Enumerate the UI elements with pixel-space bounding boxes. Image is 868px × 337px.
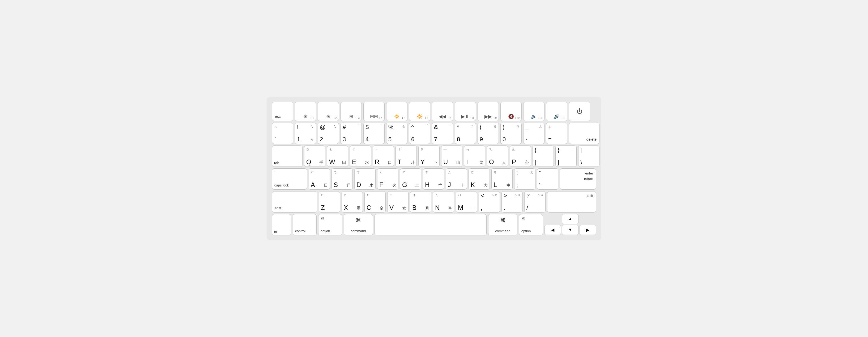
key-x[interactable]: ㄇ X 重 bbox=[342, 191, 363, 213]
e-cjk: 水 bbox=[365, 160, 369, 165]
key-l[interactable]: ㄝ L 中 bbox=[491, 168, 513, 190]
key-bracket-l[interactable]: { [ bbox=[532, 145, 554, 167]
key-0[interactable]: ) ㄢ 0 bbox=[500, 122, 522, 144]
key-7[interactable]: & ˙ 7 bbox=[432, 122, 453, 144]
alt-r-top: alt bbox=[521, 217, 525, 220]
key-v[interactable]: ㄒ V 女 bbox=[387, 191, 408, 213]
key-g[interactable]: ㄕ G 土 bbox=[400, 168, 421, 190]
key-space[interactable] bbox=[374, 214, 487, 235]
key-power[interactable]: ⏻ bbox=[569, 102, 590, 121]
key-bracket-r[interactable]: } ] bbox=[555, 145, 577, 167]
key-c[interactable]: ㄏ C 金 bbox=[364, 191, 386, 213]
key-arrow-down[interactable]: ▼ bbox=[562, 225, 579, 235]
key-f2[interactable]: ☀ F2 bbox=[318, 102, 339, 121]
key-f11[interactable]: 🔉 F11 bbox=[523, 102, 545, 121]
key-z[interactable]: ㄈ Z bbox=[319, 191, 340, 213]
key-arrow-right[interactable]: ▶ bbox=[580, 225, 596, 235]
key-shift-left[interactable]: shift bbox=[272, 191, 317, 213]
key-k[interactable]: ㄛ K 大 bbox=[468, 168, 490, 190]
key-a[interactable]: ㄇ A 日 bbox=[309, 168, 330, 190]
key-f12[interactable]: 🔊 F12 bbox=[546, 102, 567, 121]
key-f6[interactable]: 🔆 F6 bbox=[409, 102, 430, 121]
key-alt-right[interactable]: alt option bbox=[519, 214, 543, 235]
y-cjk: 卜 bbox=[433, 160, 437, 165]
key-delete[interactable]: delete bbox=[569, 122, 599, 144]
key-f9[interactable]: ▶▶ F9 bbox=[477, 102, 499, 121]
key-5[interactable]: % ㄓ 5 bbox=[386, 122, 407, 144]
key-t[interactable]: ㄔ T 廾 bbox=[396, 145, 417, 167]
key-9[interactable]: ( ㄞ 9 bbox=[477, 122, 499, 144]
key-command-right[interactable]: ⌘ command bbox=[488, 214, 518, 235]
key-b[interactable]: ㄖ B 月 bbox=[410, 191, 431, 213]
key-f7[interactable]: ◀◀ F7 bbox=[432, 102, 453, 121]
key-f4[interactable]: ⊟⊟ F4 bbox=[363, 102, 384, 121]
key-arrow-left[interactable]: ◀ bbox=[545, 225, 561, 235]
key-2[interactable]: @ ㄉ 2 bbox=[318, 122, 339, 144]
key-tab[interactable]: tab bbox=[272, 145, 303, 167]
key-1[interactable]: ! ㄅ 1 ㄅ bbox=[295, 122, 316, 144]
arrow-left-icon: ◀ bbox=[551, 227, 554, 232]
key-enter[interactable]: enter return bbox=[560, 168, 596, 190]
key-quote[interactable]: " ' bbox=[537, 168, 558, 190]
key-caps-lock[interactable]: • caps lock bbox=[272, 168, 307, 190]
key-f3[interactable]: ⊞ F3 bbox=[341, 102, 362, 121]
key-control[interactable]: control bbox=[293, 214, 317, 235]
h-cjk: 竹 bbox=[438, 183, 442, 188]
key-semicolon[interactable]: : ㄤ ; bbox=[514, 168, 535, 190]
key-w[interactable]: ㄊ W 田 bbox=[327, 145, 348, 167]
key-esc[interactable]: esc bbox=[272, 102, 293, 121]
key-h[interactable]: ㄘ H 竹 bbox=[423, 168, 444, 190]
key-comma[interactable]: < ㄙㄝ , bbox=[478, 191, 500, 213]
key-f1[interactable]: ☀ F1 bbox=[295, 102, 316, 121]
key-backslash[interactable]: | \ bbox=[578, 145, 599, 167]
k-main: K bbox=[471, 182, 475, 188]
k-cjk: 大 bbox=[484, 183, 488, 188]
key-8[interactable]: * ㄚ 8 bbox=[455, 122, 476, 144]
key-i[interactable]: ㄣ I 戈 bbox=[464, 145, 485, 167]
f11-icon: 🔉 bbox=[531, 114, 537, 119]
key-f[interactable]: ㄑ F 火 bbox=[377, 168, 398, 190]
key-r[interactable]: ㄐ R 口 bbox=[373, 145, 394, 167]
fn-label: fn bbox=[274, 218, 277, 234]
f6-icon: 🔆 bbox=[417, 114, 423, 119]
key-d[interactable]: ㄎ D 木 bbox=[354, 168, 376, 190]
tilde-top: ~ bbox=[274, 124, 278, 130]
key-period[interactable]: > ㄙㄨ . bbox=[501, 191, 523, 213]
key-shift-right[interactable]: shift bbox=[547, 191, 596, 213]
key-p[interactable]: ㄠ P 心 bbox=[510, 145, 531, 167]
key-y[interactable]: ㄗ Y 卜 bbox=[418, 145, 440, 167]
key-m[interactable]: ㄩ M 一 bbox=[456, 191, 477, 213]
q-rad: ㄆ bbox=[306, 147, 310, 152]
p-rad: ㄠ bbox=[512, 147, 515, 152]
key-6[interactable]: ^ ˊ 6 bbox=[409, 122, 430, 144]
key-q[interactable]: ㄆ Q 手 bbox=[304, 145, 326, 167]
key-e[interactable]: ㄍ E 水 bbox=[350, 145, 371, 167]
zxcv-row: shift ㄈ Z ㄇ X 重 ㄏ C bbox=[272, 191, 596, 213]
key-s[interactable]: ㄋ S 尸 bbox=[332, 168, 353, 190]
f-rad: ㄑ bbox=[379, 170, 383, 175]
key-equals[interactable]: + = bbox=[546, 122, 567, 144]
1-top: ! bbox=[297, 124, 299, 130]
key-alt-left[interactable]: alt option bbox=[318, 214, 342, 235]
key-n[interactable]: ㄙ N 弓 bbox=[433, 191, 454, 213]
key-tilde[interactable]: ~ ` bbox=[272, 122, 293, 144]
key-arrow-up[interactable]: ▲ bbox=[562, 214, 579, 224]
equals-bot: = bbox=[548, 136, 552, 142]
key-f5[interactable]: 🔅 F5 bbox=[386, 102, 407, 121]
key-4[interactable]: $ ˋ 4 bbox=[363, 122, 384, 144]
key-f10[interactable]: 🔇 F10 bbox=[500, 102, 522, 121]
key-3[interactable]: # ˇ 3 bbox=[341, 122, 362, 144]
9-cjk-top: ㄞ bbox=[493, 124, 497, 129]
caps-dot: • bbox=[274, 170, 275, 173]
key-fn[interactable]: fn bbox=[272, 214, 291, 235]
key-command-left[interactable]: ⌘ command bbox=[344, 214, 373, 235]
key-u[interactable]: 一 U 山 bbox=[441, 145, 462, 167]
key-minus[interactable]: _ ㄦ - bbox=[523, 122, 545, 144]
key-slash[interactable]: ? ㄙㄌ / bbox=[524, 191, 546, 213]
f4-label: F4 bbox=[379, 116, 382, 119]
g-rad: ㄕ bbox=[402, 170, 406, 175]
key-j[interactable]: ㄙ J 十 bbox=[446, 168, 467, 190]
key-o[interactable]: ㄟ O 人 bbox=[487, 145, 508, 167]
key-f8[interactable]: ▶⏸ F8 bbox=[455, 102, 476, 121]
s-main: S bbox=[334, 182, 338, 188]
